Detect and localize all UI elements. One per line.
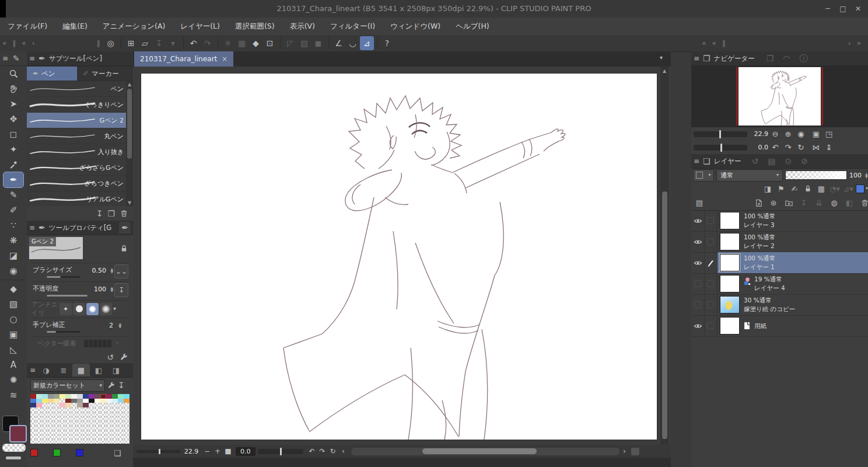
canvas-vertical-scrollbar[interactable]: ▲ <box>660 67 668 445</box>
unlock-icon[interactable] <box>120 244 128 253</box>
color-swatch[interactable] <box>36 421 42 426</box>
color-swatch[interactable] <box>30 426 36 430</box>
color-swatch[interactable] <box>77 439 83 444</box>
color-swatch[interactable] <box>89 407 94 412</box>
operation-tool[interactable]: ➤ <box>4 96 23 111</box>
layer-row[interactable]: 30 %通常嫁塗り絵 のコピー <box>691 294 868 316</box>
color-swatch[interactable] <box>89 434 94 439</box>
color-swatch[interactable] <box>42 439 48 444</box>
palette-color-dropdown[interactable]: ▾ <box>693 169 714 182</box>
pencil-tool[interactable]: ✎ <box>4 187 23 203</box>
color-swatch[interactable] <box>30 439 36 444</box>
color-swatch[interactable] <box>106 403 112 407</box>
color-swatch[interactable] <box>60 426 65 430</box>
approximate-color-tab-icon[interactable]: ◨ <box>107 364 125 377</box>
nav-reset-rotation-button[interactable]: ↻ <box>795 142 807 154</box>
color-swatch[interactable] <box>77 399 83 403</box>
color-swatch[interactable] <box>112 439 118 444</box>
add-color-icon[interactable]: ❏ <box>114 449 121 457</box>
canvas-zoom-out-button[interactable]: − <box>202 446 212 456</box>
menu-item-window[interactable]: ウィンドウ(W) <box>383 18 448 35</box>
navigator-menu-icon[interactable]: ≡ <box>694 55 699 62</box>
color-swatch[interactable] <box>77 407 83 412</box>
color-swatch[interactable] <box>42 407 48 412</box>
color-swatch[interactable] <box>94 394 100 399</box>
color-slider-tab-icon[interactable]: ≣ <box>55 364 72 377</box>
color-swatch[interactable] <box>100 439 106 444</box>
color-swatch[interactable] <box>71 426 77 430</box>
color-swatch[interactable] <box>36 412 42 417</box>
antialias-none-button[interactable]: ✦ <box>60 303 72 315</box>
color-swatch[interactable] <box>77 412 83 417</box>
color-swatch[interactable] <box>54 403 60 407</box>
color-swatch[interactable] <box>71 434 77 439</box>
antialias-chevron-icon[interactable]: ▾ <box>113 306 116 312</box>
color-swatch[interactable] <box>89 416 94 421</box>
balloon-tool[interactable]: ✺ <box>4 372 23 388</box>
color-swatch[interactable] <box>106 421 112 426</box>
navigator-zoom-slider[interactable] <box>694 131 747 137</box>
color-swatch[interactable] <box>100 434 106 439</box>
layer-visibility-toggle[interactable] <box>691 273 705 294</box>
selection-launcher-button[interactable]: ⊡ <box>263 36 277 50</box>
color-swatch[interactable] <box>65 412 71 417</box>
minimize-button[interactable]: ─ <box>820 0 835 18</box>
layer-color-dropdown[interactable]: ▾ <box>856 184 868 193</box>
rgb-chip[interactable] <box>30 449 38 456</box>
scroll-left-icon[interactable]: ‹ <box>32 39 36 47</box>
new-document-button[interactable]: ⊞ <box>124 36 138 50</box>
vector-snap-expand-icon[interactable]: › <box>116 340 118 346</box>
gradient-tool[interactable]: ▧ <box>4 297 23 312</box>
canvas-scroll-up-icon[interactable]: ▲ <box>661 68 668 74</box>
color-swatch[interactable] <box>36 439 42 444</box>
help-button[interactable]: ? <box>380 36 394 50</box>
hscroll-left-icon[interactable]: ‹ <box>338 446 349 456</box>
color-swatch[interactable] <box>65 426 71 430</box>
brush-item[interactable]: ざらざらGペン <box>27 160 133 176</box>
hand-tool[interactable] <box>4 81 23 96</box>
airbrush-tool[interactable]: ∵ <box>4 218 23 233</box>
blend-mode-dropdown[interactable]: 通常▾ <box>716 169 783 182</box>
color-swatch[interactable] <box>124 434 130 439</box>
fill-tool[interactable]: ◆ <box>4 281 23 297</box>
auto-select-tool[interactable]: ✦ <box>4 142 23 157</box>
layer-thumbnail[interactable] <box>720 276 739 292</box>
color-swatch[interactable] <box>100 430 106 435</box>
reference-layer-icon[interactable]: ⚑ <box>775 183 787 194</box>
color-swatch[interactable] <box>94 434 100 439</box>
layer-thumbnail[interactable] <box>720 212 739 229</box>
color-swatch[interactable] <box>118 399 124 403</box>
color-set-tab-icon[interactable]: ▦ <box>72 364 90 377</box>
quick-share-tab-icon[interactable]: ◠ <box>783 54 790 62</box>
color-swatch[interactable] <box>112 430 118 435</box>
color-swatch[interactable] <box>112 434 118 439</box>
color-swatch[interactable] <box>124 403 130 407</box>
color-swatch[interactable] <box>83 434 89 439</box>
ruler-range-icon[interactable]: ⊿▾ <box>842 183 854 194</box>
document-tab[interactable]: 210317_Chara_lineart × <box>134 51 233 67</box>
layer-visibility-toggle[interactable] <box>691 315 705 336</box>
layer-opacity-slider[interactable] <box>785 170 847 180</box>
color-swatch[interactable] <box>89 403 94 407</box>
color-swatch[interactable] <box>83 421 89 426</box>
stabilize-stepper[interactable]: ▲▼ <box>118 322 121 328</box>
decoration-tool[interactable]: ❋ <box>4 233 23 248</box>
brush-item[interactable]: ざらつきペン <box>27 176 133 191</box>
color-swatch[interactable] <box>36 399 42 403</box>
color-swatch[interactable] <box>77 416 83 421</box>
color-swatch[interactable] <box>124 430 130 435</box>
delete-subtool-icon[interactable] <box>120 209 128 218</box>
color-swatch[interactable] <box>124 412 130 417</box>
color-swatch[interactable] <box>94 421 100 426</box>
lock-layer-icon[interactable] <box>802 183 814 194</box>
edit-color-set-icon[interactable] <box>107 381 116 389</box>
nav-flip-vertical-button[interactable]: ↨ <box>823 142 835 153</box>
color-swatch[interactable] <box>100 421 106 426</box>
hidden-tab-icon-1[interactable]: ↺ <box>751 157 758 165</box>
color-swatch[interactable] <box>42 426 48 430</box>
color-swatch[interactable] <box>48 416 54 421</box>
canvas-horizontal-scrollbar[interactable] <box>351 448 620 455</box>
new-folder-icon[interactable] <box>783 197 794 208</box>
collapse-left-icon[interactable]: « <box>2 39 8 47</box>
maximize-button[interactable]: □ <box>835 0 850 18</box>
